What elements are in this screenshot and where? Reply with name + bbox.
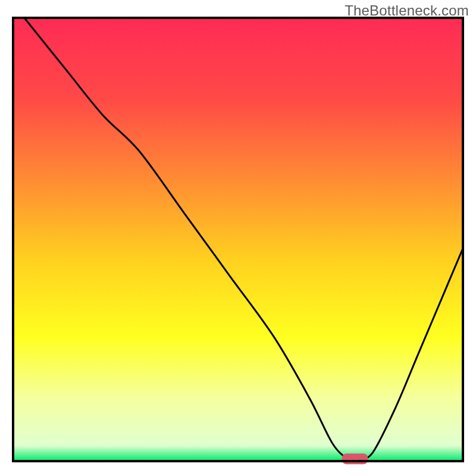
optimal-point-marker	[342, 453, 368, 464]
watermark-label: TheBottleneck.com	[345, 2, 469, 19]
chart-container: TheBottleneck.com	[0, 0, 476, 476]
bottleneck-chart	[0, 0, 476, 476]
plot-background	[13, 18, 463, 461]
